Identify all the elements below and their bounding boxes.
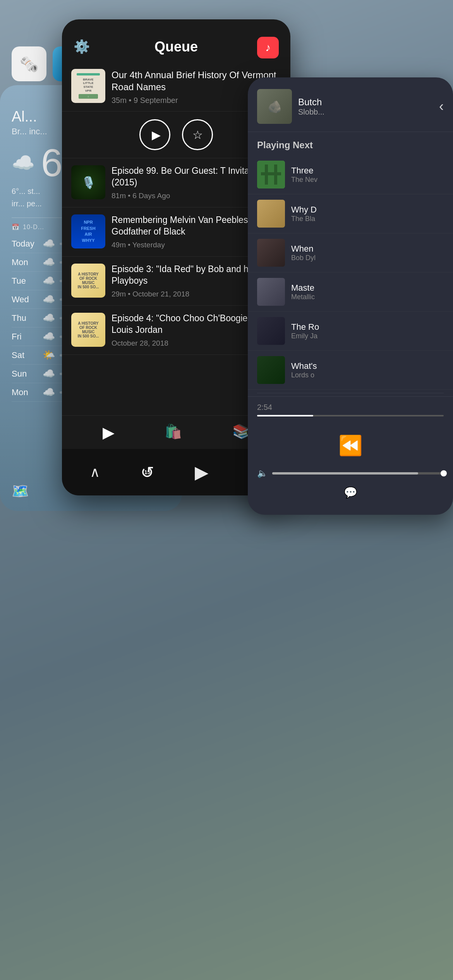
music-progress-time: 2:54 bbox=[257, 403, 444, 412]
music-queue-name-6: What's bbox=[291, 361, 392, 371]
horror-thumb: 🎙️ bbox=[71, 165, 105, 199]
news-app-icon[interactable]: 🗞️ bbox=[12, 46, 46, 81]
volume-fill bbox=[272, 472, 418, 475]
music-queue-thumb-5 bbox=[257, 317, 285, 345]
weather-cloud-icon: ☁️ bbox=[12, 152, 35, 174]
music-queue-artist-5: Emily Ja bbox=[291, 332, 392, 340]
music-queue-info-2: Why D The Bla bbox=[291, 205, 444, 223]
music-app-card: 🪨 Butch Slobb... ‹ Playing Next Three Th… bbox=[248, 77, 453, 515]
music-queue-name-5: The Ro bbox=[291, 322, 392, 332]
music-queue-thumb-2 bbox=[257, 200, 285, 228]
brave-logo-thumb: BRAVELITTLESTATEVPR ↓ bbox=[71, 69, 105, 103]
volume-low-icon: 🔈 bbox=[257, 468, 268, 478]
music-queue-thumb-3 bbox=[257, 239, 285, 267]
rockmusic-thumb-2: A HISTORYOF ROCKMUSICIN 500 SO... bbox=[71, 313, 105, 347]
music-queue-name-1: Three bbox=[291, 166, 392, 176]
music-track-artist: Slobb... bbox=[298, 108, 433, 117]
music-queue-name-3: When bbox=[291, 244, 392, 254]
music-queue-info-1: Three The Nev bbox=[291, 166, 444, 184]
skip-back-button[interactable]: ↺ 15 bbox=[141, 463, 154, 482]
music-progress-bar[interactable] bbox=[257, 415, 444, 416]
music-queue-thumb-4 bbox=[257, 278, 285, 306]
volume-slider[interactable] bbox=[272, 472, 444, 475]
music-queue-artist-1: The Nev bbox=[291, 176, 392, 184]
music-volume-section: 🔈 bbox=[248, 464, 453, 482]
music-queue-thumb-6 bbox=[257, 356, 285, 384]
music-rewind-section: ⏪ bbox=[248, 430, 453, 464]
music-album-art: 🪨 bbox=[257, 89, 292, 124]
play-button[interactable]: ▶ bbox=[139, 119, 170, 150]
podcast-header: ⚙️ Queue ♪ bbox=[62, 19, 290, 63]
svg-rect-3 bbox=[274, 164, 277, 185]
music-queue-name-4: Maste bbox=[291, 283, 392, 293]
subtitle-icon[interactable]: 💬 bbox=[344, 486, 357, 499]
music-queue-artist-2: The Bla bbox=[291, 215, 392, 223]
freshair-thumb: NPRFRESHAIRWHYY ↓ bbox=[71, 214, 105, 248]
volume-handle[interactable] bbox=[441, 470, 447, 476]
music-queue-name-2: Why D bbox=[291, 205, 392, 215]
playbar-play-button[interactable]: ▶ bbox=[195, 462, 208, 483]
collapse-button[interactable]: ∧ bbox=[90, 464, 100, 480]
music-queue-item-2[interactable]: Why D The Bla bbox=[248, 194, 453, 233]
music-queue-info-3: When Bob Dyl bbox=[291, 244, 444, 262]
weather-map-icon[interactable]: 🗺️ bbox=[12, 483, 29, 499]
music-queue-info-6: What's Lords o bbox=[291, 361, 444, 379]
music-queue-artist-4: Metallic bbox=[291, 293, 392, 301]
music-queue-artist-6: Lords o bbox=[291, 371, 392, 379]
music-queue-item-6[interactable]: What's Lords o bbox=[248, 351, 453, 390]
settings-icon[interactable]: ⚙️ bbox=[74, 39, 90, 54]
star-button[interactable]: ☆ bbox=[182, 119, 213, 150]
music-queue-artist-3: Bob Dyl bbox=[291, 254, 392, 262]
music-app-icon[interactable]: ♪ bbox=[257, 37, 279, 58]
queue-title: Queue bbox=[154, 39, 198, 55]
tab-library[interactable]: 📚 bbox=[232, 423, 250, 441]
music-track-name: Butch bbox=[298, 97, 433, 108]
music-progress-fill bbox=[257, 415, 313, 416]
music-track-info: Butch Slobb... bbox=[298, 97, 433, 117]
rewind-icon[interactable]: ⏪ bbox=[338, 434, 362, 457]
tab-store[interactable]: 🛍️ bbox=[165, 423, 182, 441]
music-queue-item-4[interactable]: Maste Metallic bbox=[248, 272, 453, 312]
svg-rect-2 bbox=[261, 172, 281, 175]
rockmusic-thumb-1: A HISTORYOF ROCKMUSICIN 500 SO... ↓ bbox=[71, 264, 105, 298]
music-queue-info-5: The Ro Emily Ja bbox=[291, 322, 444, 340]
tab-queue[interactable]: ▶ bbox=[103, 423, 115, 441]
music-queue-info-4: Maste Metallic bbox=[291, 283, 444, 301]
music-back-button[interactable]: ‹ bbox=[439, 98, 444, 115]
music-queue-item-1[interactable]: Three The Nev bbox=[248, 155, 453, 194]
music-subtitle-section: 💬 bbox=[248, 482, 453, 507]
music-now-playing: 🪨 Butch Slobb... ‹ bbox=[248, 77, 453, 132]
music-queue-item-3[interactable]: When Bob Dyl bbox=[248, 233, 453, 272]
day-name: Today bbox=[12, 239, 43, 249]
divider bbox=[257, 393, 444, 393]
music-playing-next-title: Playing Next bbox=[248, 132, 453, 155]
music-queue-thumb-1 bbox=[257, 161, 285, 188]
music-queue-item-5[interactable]: The Ro Emily Ja bbox=[248, 312, 453, 351]
music-progress-section: 2:54 bbox=[248, 396, 453, 430]
